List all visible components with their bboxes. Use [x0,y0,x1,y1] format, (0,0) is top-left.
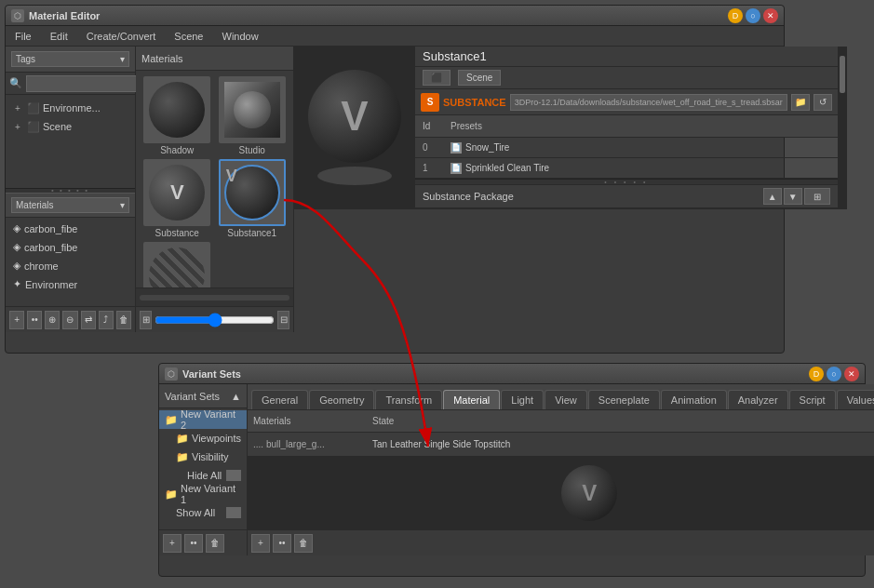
tree-label: Environme... [43,102,101,114]
unlink-btn[interactable]: ⊖ [62,311,77,329]
vs-tab-transform[interactable]: Transform [375,390,442,409]
vs-dots-btn[interactable]: •• [184,534,203,553]
export-btn[interactable]: ⤴ [99,311,114,329]
vs-tree-label: Variant Sets [165,391,220,402]
vs-tab-general[interactable]: General [251,390,308,409]
pkg-up-btn[interactable]: ▲ [763,188,782,205]
tags-dropdown[interactable]: Tags ▾ [11,51,129,67]
delete-btn[interactable]: 🗑 [116,311,131,329]
vs-delete-btn[interactable]: 🗑 [206,534,224,553]
mat-item-carbon2[interactable]: ◈ carbon_fibe [6,238,135,257]
vs-tab-light[interactable]: Light [501,390,544,409]
tree-scene-icon: ⬛ [27,121,40,133]
mat-item-chrome[interactable]: ◈ chrome [6,257,135,275]
menu-edit[interactable]: Edit [47,29,72,44]
vs-preview-sphere: V [561,465,617,521]
size-slider[interactable] [155,315,275,325]
vs-dots2-btn[interactable]: •• [273,534,291,553]
thumb-substance[interactable]: V Substance [141,159,213,238]
vs-tab-sceneplate[interactable]: Sceneplate [588,390,660,409]
scene-icon-btn[interactable]: ⬛ [423,70,450,86]
vs-tab-animation[interactable]: Animation [661,390,727,409]
vs-row-state-0: Tan Leather Single Side Topstitch [372,439,874,449]
vs-left-panel: Variant Sets ▲ 📁 New Variant 2 📁 Viewpoi… [159,384,248,555]
thumb-studio[interactable]: Studio [217,76,289,155]
vs-tab-values[interactable]: Values [837,390,874,409]
search-input[interactable] [26,75,154,92]
file-refresh-btn[interactable]: ↺ [813,94,832,111]
vs-show-all-label: Show All [176,507,215,518]
plus-icon: + [11,120,24,133]
mat-item-carbon1[interactable]: ◈ carbon_fibe [6,220,135,238]
layout-btn[interactable]: ⊟ [277,311,289,329]
thumb-substance1-label: Substance1 [227,228,276,238]
scene-label-btn[interactable]: Scene [458,70,501,86]
file-browse-btn[interactable]: 📁 [791,94,810,111]
merge-btn[interactable]: ⇄ [81,311,96,329]
thumb-scrollbar[interactable] [136,287,293,306]
vs-delete-mat-btn[interactable]: 🗑 [294,534,313,553]
vs-v-icon: V [582,480,597,506]
material-editor-window: ⬡ Material Editor D ○ ✕ File Edit Create… [5,5,785,354]
thumb-tablecloth[interactable]: tablecloth [141,242,213,287]
vs-tree-new-variant1[interactable]: 📁 New Variant 1 [159,485,247,503]
dots-btn[interactable]: •• [27,311,42,329]
vs-add-btn[interactable]: + [163,534,182,553]
vs-tab-analyzer[interactable]: Analyzer [728,390,788,409]
search-icon: 🔍 [9,77,22,89]
vs-tree-viewpoints[interactable]: 📁 Viewpoints [170,429,247,448]
preset-row-1[interactable]: 1 📄 Sprinkled Clean Tire [415,158,838,179]
vs-table-row-0[interactable]: .... bull_large_g... Tan Leather Single … [248,433,874,457]
vs-titlebar: ⬡ Variant Sets D ○ ✕ [159,364,865,384]
add-btn[interactable]: + [9,311,24,329]
substance-file-area: S SUBSTANCE 3DPro-12.1/Data/downloads/su… [415,89,838,208]
vs-right-panel: General Geometry Transform Material Ligh… [248,384,874,555]
preset-row-0[interactable]: 0 📄 Snow_Tire [415,138,838,158]
pkg-expand-btn[interactable]: ⊞ [804,188,830,205]
menu-window[interactable]: Window [219,29,262,44]
vs-tree-new-variant2[interactable]: 📁 New Variant 2 [159,410,247,429]
materials-dropdown[interactable]: Materials ▾ [11,197,129,213]
link-btn[interactable]: ⊕ [45,311,60,329]
folder-icon: 📁 [176,451,189,463]
right-scrollbar[interactable] [838,47,847,208]
preset-row-id-1: 1 [423,163,450,173]
vs-close-btn[interactable]: ✕ [844,367,859,381]
maximize-button[interactable]: ○ [746,8,760,23]
vs-tree: 📁 New Variant 2 📁 Viewpoints 📁 Visibilit… [159,408,247,529]
menu-create-convert[interactable]: Create/Convert [83,29,160,44]
file-path-input[interactable]: 3DPro-12.1/Data/downloads/substance/wet_… [510,94,787,111]
preset-name-col: Presets [450,121,830,131]
thumb-shadow[interactable]: Shadow [141,76,213,155]
mat-icon: ✦ [13,278,21,290]
preview-right: Substance1 ⬛ Scene S SUBSTANCE 3DPro-12.… [415,47,838,208]
tree-item-scene[interactable]: + ⬛ Scene [6,117,135,136]
vs-add-mat-btn[interactable]: + [251,534,270,553]
vs-tab-material[interactable]: Material [443,390,500,409]
thumb-toolbar: ⊞ ⊟ [136,306,293,332]
mat-icon: ◈ [13,222,20,234]
vs-minimize-btn[interactable]: D [809,367,824,381]
grid-btn[interactable]: ⊞ [140,311,152,329]
window-app-icon: ⬡ [11,9,24,22]
vs-tab-geometry[interactable]: Geometry [309,390,374,409]
scrollbar-thumb [840,56,845,93]
minimize-button[interactable]: D [728,8,743,23]
vs-tab-view[interactable]: View [545,390,587,409]
tree-item-add[interactable]: + ⬛ Environme... [6,99,135,117]
mat-item-environ[interactable]: ✦ Environmer [6,275,135,294]
vs-tree-hide-all[interactable]: Hide All [182,466,247,485]
vs-table-header: Materials State ▾ [248,410,874,433]
thumb-substance1[interactable]: V Substance1 [217,159,289,238]
pkg-down-btn[interactable]: ▼ [784,188,802,205]
substance-pkg-label: Substance Package [423,191,514,202]
close-button[interactable]: ✕ [763,8,778,23]
vs-tab-script[interactable]: Script [789,390,836,409]
substance-name-bar: Substance1 [415,47,838,67]
menu-scene[interactable]: Scene [170,29,207,44]
vs-tree-show-all[interactable]: Show All [170,503,247,522]
vs-maximize-btn[interactable]: ○ [827,367,841,381]
menu-file[interactable]: File [11,29,35,44]
vs-tree-visibility[interactable]: 📁 Visibility [170,448,247,466]
folder-icon: 📁 [176,433,189,445]
